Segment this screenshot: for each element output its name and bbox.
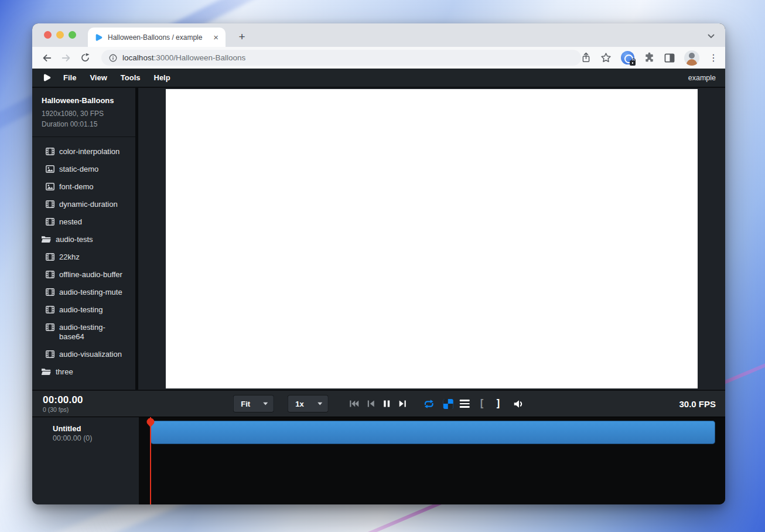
main-area: Halloween-Balloons 1920x1080, 30 FPS Dur… (32, 88, 725, 390)
tab-close-icon[interactable]: × (212, 33, 220, 42)
track-time: 00:00.00 (0) (53, 434, 139, 442)
film-icon (46, 323, 54, 331)
extensions-puzzle-icon[interactable] (644, 52, 655, 63)
side-panel-icon[interactable] (664, 53, 675, 63)
new-tab-button[interactable]: + (234, 29, 250, 45)
size-select[interactable]: Fit (233, 395, 274, 412)
project-duration: Duration 00:01.15 (42, 119, 126, 129)
folder-open-icon (41, 236, 51, 243)
sidebar-folder-three[interactable]: three (32, 363, 135, 381)
volume-button[interactable] (513, 399, 525, 409)
password-manager-extension-icon[interactable] (621, 51, 634, 64)
film-icon (46, 200, 54, 208)
desktop-wallpaper: Halloween-Balloons / example × + (0, 0, 765, 532)
speed-select[interactable]: 1x (287, 395, 328, 412)
sidebar-item-offline-audio-buffer[interactable]: offline-audio-buffer (32, 266, 135, 284)
playhead-marker-icon[interactable] (146, 418, 155, 428)
browser-toolbar: localhost:3000/Halloween-Balloons (32, 47, 725, 69)
remotion-logo-icon[interactable] (42, 73, 52, 83)
film-icon (46, 350, 54, 358)
next-frame-button[interactable] (398, 400, 406, 408)
playback-control-bar: 00:00.00 0 (30 fps) Fit 1x (32, 390, 725, 417)
chevron-down-icon (317, 402, 322, 405)
timeline-track-header[interactable]: Untitled 00:00.00 (0) (32, 417, 139, 504)
sidebar-item-dynamic-duration[interactable]: dynamic-duration (32, 196, 135, 213)
out-point-button[interactable]: ] (496, 399, 501, 409)
composition-list: color-interpolation static-demo font-dem… (32, 137, 135, 381)
sidebar-item-audio-testing[interactable]: audio-testing (32, 301, 135, 319)
sidebar-item-audio-testing-mute[interactable]: audio-testing-mute (32, 284, 135, 301)
project-specs: 1920x1080, 30 FPS (42, 108, 126, 119)
sidebar-item-audio-testing-base64[interactable]: audio-testing-base64 (32, 319, 135, 346)
time-display: 00:00.00 0 (30 fps) (43, 395, 83, 413)
skip-to-start-button[interactable] (349, 400, 358, 408)
timeline-sequence-bar[interactable] (151, 421, 715, 444)
image-icon (46, 165, 54, 173)
window-zoom-button[interactable] (69, 31, 76, 39)
bundle-name-label: example (688, 74, 716, 82)
in-point-button[interactable]: [ (479, 399, 484, 409)
track-name: Untitled (53, 424, 139, 434)
timeline-track-area[interactable] (139, 417, 725, 504)
bookmark-star-icon[interactable] (600, 52, 612, 63)
sidebar-folder-audio-tests[interactable]: audio-tests (32, 231, 135, 248)
sidebar-item-audio-visualization[interactable]: audio-visualization (32, 346, 135, 363)
current-time: 00:00.00 (43, 395, 83, 405)
timeline-panel: Untitled 00:00.00 (0) (32, 417, 725, 504)
film-icon (46, 288, 54, 296)
sidebar-item-static-demo[interactable]: static-demo (32, 161, 135, 178)
film-icon (46, 306, 54, 313)
back-button[interactable] (39, 50, 54, 66)
film-icon (46, 148, 54, 155)
window-minimize-button[interactable] (56, 31, 64, 39)
remotion-favicon (94, 33, 103, 42)
current-frame: 0 (30 fps) (43, 406, 83, 413)
composition-canvas (166, 89, 698, 388)
film-icon (46, 218, 54, 226)
browser-tab[interactable]: Halloween-Balloons / example × (88, 28, 226, 47)
project-info: Halloween-Balloons 1920x1080, 30 FPS Dur… (32, 88, 135, 137)
share-icon[interactable] (581, 52, 591, 63)
menu-tools[interactable]: Tools (121, 73, 141, 82)
tab-title: Halloween-Balloons / example (108, 33, 212, 42)
folder-open-icon (41, 368, 51, 376)
site-info-icon[interactable] (109, 54, 117, 62)
profile-avatar[interactable] (684, 50, 699, 66)
timeline-playhead[interactable] (146, 417, 155, 504)
menu-view[interactable]: View (90, 73, 107, 82)
playhead-line (150, 417, 151, 504)
preview-panel (138, 88, 725, 390)
browser-menu-icon[interactable]: ⋮ (709, 52, 718, 63)
film-icon (46, 271, 54, 278)
tab-search-chevron-icon[interactable] (708, 30, 715, 41)
sidebar-item-22khz[interactable]: 22khz (32, 248, 135, 266)
sidebar-item-nested[interactable]: nested (32, 213, 135, 231)
sidebar-item-color-interpolation[interactable]: color-interpolation (32, 143, 135, 161)
sidebar-item-font-demo[interactable]: font-demo (32, 178, 135, 196)
browser-window: Halloween-Balloons / example × + (32, 23, 725, 504)
film-icon (46, 253, 54, 261)
menu-file[interactable]: File (63, 73, 76, 82)
timeline-rows-icon[interactable] (459, 400, 469, 408)
app-menu-bar: File View Tools Help example (32, 69, 725, 88)
url-text: localhost:3000/Halloween-Balloons (122, 53, 245, 62)
reload-button[interactable] (77, 50, 93, 66)
window-close-button[interactable] (44, 31, 52, 39)
chevron-down-icon (262, 402, 268, 405)
address-bar[interactable]: localhost:3000/Halloween-Balloons (101, 50, 581, 66)
forward-button[interactable] (59, 50, 74, 66)
tab-strip: Halloween-Balloons / example × + (32, 23, 725, 47)
menu-help[interactable]: Help (154, 73, 170, 82)
loop-toggle-button[interactable] (422, 399, 435, 409)
pause-button[interactable] (382, 400, 390, 408)
transparency-checkerboard-toggle[interactable] (443, 399, 453, 409)
image-icon (46, 183, 54, 190)
previous-frame-button[interactable] (367, 400, 374, 408)
compositions-sidebar: Halloween-Balloons 1920x1080, 30 FPS Dur… (32, 88, 135, 390)
fps-indicator: 30.0 FPS (679, 399, 716, 409)
project-name: Halloween-Balloons (42, 96, 126, 105)
